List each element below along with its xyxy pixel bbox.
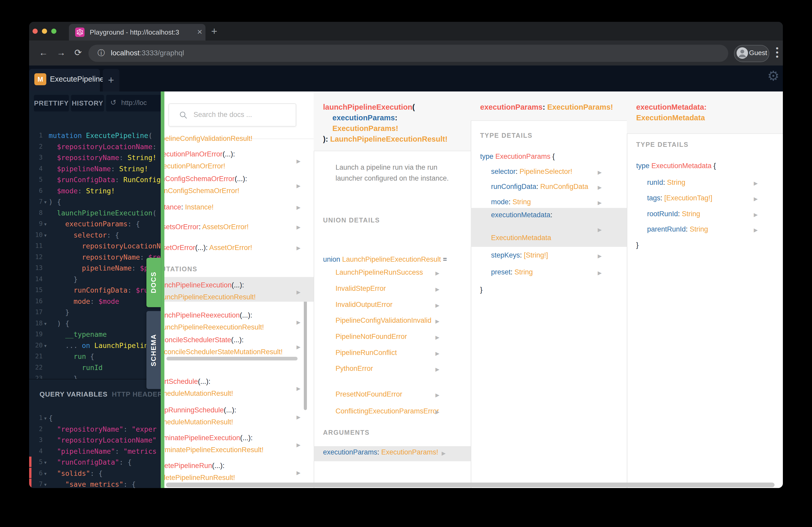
code-line[interactable]: 7▼ "save_metrics": {	[29, 479, 161, 488]
doc-item[interactable]: instance: Instance!	[164, 203, 314, 211]
chevron-right-icon[interactable]: ▶	[435, 302, 439, 308]
code-line[interactable]: 14 }	[29, 274, 161, 285]
type-field[interactable]: preset: String	[491, 268, 533, 276]
fold-arrow-icon[interactable]: ▼	[44, 341, 46, 351]
chevron-right-icon[interactable]: ▶	[296, 470, 300, 476]
maximize-window-button[interactable]	[51, 29, 56, 34]
type-field[interactable]: runConfigData: RunConfigData	[491, 183, 588, 191]
doc-item[interactable]: runConfigSchemaOrError(...):RunConfigSch…	[164, 175, 314, 195]
code-line[interactable]: 2 "repositoryName": "exper	[29, 424, 161, 435]
union-member[interactable]: PresetNotFoundError	[335, 390, 402, 398]
chevron-right-icon[interactable]: ▶	[754, 227, 758, 233]
chevron-right-icon[interactable]: ▶	[441, 450, 446, 456]
code-line[interactable]: 5 $runConfigData: RunConfigData!	[29, 174, 161, 185]
url-bar[interactable]: ⓘ localhost:3333/graphql	[88, 45, 728, 62]
chevron-right-icon[interactable]: ▶	[598, 199, 601, 206]
code-line[interactable]: 6 $mode: String!	[29, 185, 161, 196]
code-line[interactable]: 5▼ "runConfigData": {	[29, 456, 161, 468]
code-line[interactable]: 7▼) {	[29, 196, 161, 207]
reload-icon[interactable]: ⟳	[74, 47, 82, 58]
doc-item[interactable]: launchPipelineExecution(...):LaunchPipel…	[164, 281, 314, 301]
code-line[interactable]: 22 runId	[29, 362, 161, 373]
doc-item[interactable]: deletePipelineRun(...):DeletePipelineRun…	[164, 462, 314, 482]
union-member[interactable]: PipelineConfigValidationInvalid	[335, 317, 432, 325]
doc-item[interactable]: startSchedule(...):ScheduleMutationResul…	[164, 378, 314, 397]
docs-bottom-scrollbar[interactable]	[166, 483, 774, 487]
code-line[interactable]: 1mutation ExecutePipeline(	[29, 130, 161, 141]
chevron-right-icon[interactable]: ▶	[296, 204, 300, 210]
code-line[interactable]: 8 launchPipelineExecution(	[29, 207, 161, 219]
chevron-right-icon[interactable]: ▶	[598, 184, 601, 191]
code-line[interactable]: 21 run {	[29, 351, 161, 362]
back-icon[interactable]: ←	[39, 47, 48, 58]
chevron-right-icon[interactable]: ▶	[754, 180, 758, 186]
fold-arrow-icon[interactable]: ▼	[44, 479, 46, 488]
code-line[interactable]: 3 "repositoryLocationName"	[29, 435, 161, 446]
code-line[interactable]: 1▼{	[29, 412, 161, 424]
code-line[interactable]: 3 $repositoryName: String!	[29, 152, 161, 163]
fold-arrow-icon[interactable]: ▼	[44, 219, 46, 230]
docs-search-input[interactable]	[193, 104, 293, 125]
chevron-right-icon[interactable]: ▶	[598, 270, 601, 276]
endpoint-input[interactable]: ↺ http://loc	[106, 95, 161, 111]
doc-item[interactable]: assetsOrError: AssetsOrError!	[164, 223, 314, 231]
union-member[interactable]: InvalidStepError	[335, 285, 386, 292]
type-field[interactable]: executionMetadata:	[491, 211, 552, 219]
chevron-right-icon[interactable]: ▶	[296, 319, 300, 325]
chevron-right-icon[interactable]: ▶	[296, 245, 300, 251]
doc-item[interactable]: reconcileSchedulerState(...):ReconcileSc…	[164, 336, 314, 356]
doc-item[interactable]: executionPlanOrError(...):ExecutionPlanO…	[164, 150, 314, 170]
docs-accent-strip[interactable]	[161, 91, 164, 488]
code-line[interactable]: 13 pipelineName: $pipelineName	[29, 262, 161, 274]
playground-tab-close-icon[interactable]: ✕	[92, 75, 98, 83]
endpoint-reload-icon[interactable]: ↺	[110, 98, 116, 107]
code-line[interactable]: 10▼ selector: {	[29, 229, 161, 241]
query-variables-tab[interactable]: QUERY VARIABLES	[40, 390, 108, 398]
type-field-type[interactable]: ExecutionMetadata	[491, 234, 551, 242]
variables-json-editor[interactable]: 1▼{2 "repositoryName": "exper3 "reposito…	[29, 412, 161, 488]
chevron-right-icon[interactable]: ▶	[296, 289, 300, 295]
docs-search[interactable]	[169, 103, 296, 126]
chevron-right-icon[interactable]: ▶	[598, 227, 601, 233]
type-field[interactable]: mode: String	[491, 198, 531, 206]
doc-item[interactable]: stopRunningSchedule(...):ScheduleMutatio…	[164, 406, 314, 426]
schema-side-tab[interactable]: SCHEMA	[146, 311, 161, 389]
chevron-right-icon[interactable]: ▶	[435, 270, 439, 276]
union-member[interactable]: PythonError	[335, 365, 373, 373]
profile-button[interactable]: Guest	[734, 45, 769, 62]
code-line[interactable]: 19 __typename	[29, 329, 161, 340]
code-line[interactable]: 20▼ ... on LaunchPipelineRunSuccess {	[29, 340, 161, 351]
code-line[interactable]: 17 }	[29, 307, 161, 318]
chevron-right-icon[interactable]: ▶	[296, 183, 300, 189]
fold-arrow-icon[interactable]: ▼	[44, 197, 46, 208]
type-field[interactable]: parentRunId: String	[647, 225, 708, 234]
chevron-right-icon[interactable]: ▶	[296, 414, 300, 420]
type-field[interactable]: rootRunId: String	[647, 210, 700, 218]
chevron-right-icon[interactable]: ▶	[598, 169, 601, 176]
doc-item[interactable]: terminatePipelineExecution(...):Terminat…	[164, 434, 314, 454]
url-text[interactable]: localhost:3333/graphql	[111, 49, 184, 57]
code-line[interactable]: 16 mode: $mode	[29, 296, 161, 307]
code-line[interactable]: 6▼ "solids": {	[29, 468, 161, 479]
chevron-right-icon[interactable]: ▶	[435, 350, 439, 357]
type-field[interactable]: stepKeys: [String!]	[491, 251, 548, 259]
graphql-code-editor[interactable]: 1mutation ExecutePipeline(2 $repositoryL…	[29, 130, 161, 379]
fold-arrow-icon[interactable]: ▼	[44, 318, 46, 330]
tab-close-icon[interactable]: ✕	[197, 28, 203, 36]
playground-new-tab-button[interactable]: +	[103, 69, 119, 91]
site-info-icon[interactable]: ⓘ	[98, 48, 105, 58]
chevron-right-icon[interactable]: ▶	[435, 318, 439, 324]
docs-side-tab[interactable]: DOCS	[146, 258, 161, 307]
union-member[interactable]: PipelineNotFoundError	[335, 333, 407, 341]
code-line[interactable]: 18▼ ) {	[29, 318, 161, 329]
code-line[interactable]: 15 runConfigData: $runConfigData	[29, 285, 161, 296]
history-button[interactable]: HISTORY	[71, 95, 104, 111]
type-field[interactable]: selector: PipelineSelector!	[491, 168, 572, 176]
code-line[interactable]: 11 repositoryLocationName: $repositoryLo…	[29, 240, 161, 252]
doc-item[interactable]: launchPipelineReexecution(...):LaunchPip…	[164, 311, 314, 331]
chevron-right-icon[interactable]: ▶	[435, 286, 439, 292]
minimize-window-button[interactable]	[42, 29, 47, 34]
fold-arrow-icon[interactable]: ▼	[44, 468, 46, 479]
argument-row[interactable]: executionParams: ExecutionParams!	[323, 448, 438, 456]
code-line[interactable]: 4 $pipelineName: String!	[29, 163, 161, 175]
